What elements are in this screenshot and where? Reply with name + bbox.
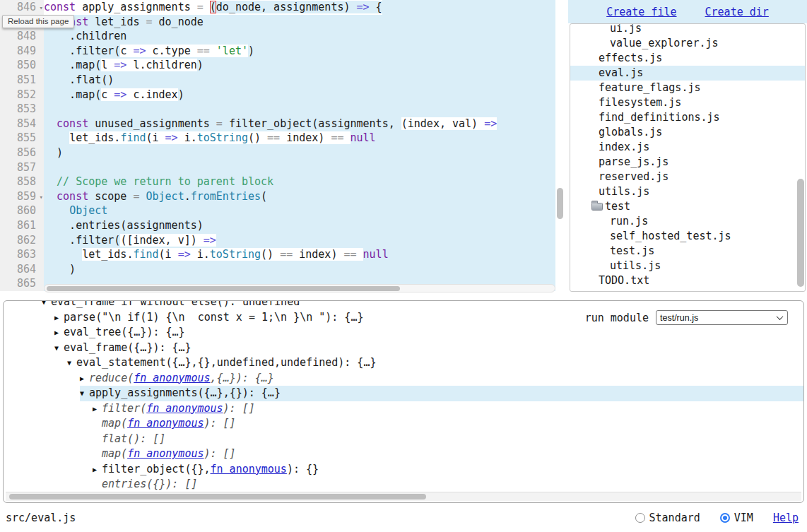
call-tree-row[interactable]: map(fn anonymous): [] (4, 447, 803, 462)
collapse-arrow-icon[interactable]: ▼ (67, 355, 76, 371)
fold-marker-icon[interactable]: ▾ (40, 190, 43, 205)
code-line[interactable]: 860 Object (0, 203, 555, 218)
code-token: ) (197, 59, 204, 71)
file-tree-item[interactable]: self_hosted_test.js (570, 229, 805, 244)
file-tree-item[interactable]: ui.js (570, 23, 805, 36)
code-line[interactable]: 854 const unused_assignments = filter_ob… (0, 117, 555, 131)
call-tree-row[interactable]: ▼eval_frame({…}): {…} (4, 341, 803, 356)
code-line[interactable]: 862 .filter(([index, v]) => (0, 233, 555, 248)
help-link[interactable]: Help (773, 512, 799, 524)
file-tree-item[interactable]: utils.js (570, 259, 805, 273)
code-line[interactable]: 855 let_ids.find(i => i.toString() == in… (0, 131, 555, 146)
function-link[interactable]: fn anonymous (134, 371, 210, 386)
code-line[interactable]: 848 .children (0, 29, 555, 44)
mode-standard-radio[interactable]: Standard (635, 512, 700, 524)
code-token: find (120, 131, 146, 144)
code-token: c (120, 45, 133, 57)
radio-selected-icon[interactable] (720, 513, 730, 523)
editor-vertical-scrollbar[interactable] (555, 0, 565, 295)
code-line[interactable]: 847 const let_ids = do_node (0, 15, 555, 30)
code-line[interactable]: 856 ) (0, 146, 555, 160)
fold-marker-icon[interactable]: ▾ (40, 1, 43, 16)
call-tree-row[interactable]: flat(): [] (4, 432, 803, 447)
code-line[interactable]: 849 .filter(c => c.type == 'let') (0, 44, 555, 59)
function-link[interactable]: fn anonymous (146, 401, 223, 417)
collapse-arrow-icon[interactable]: ▼ (80, 386, 89, 401)
function-link[interactable]: fn anonymous (127, 416, 204, 432)
create-dir-link[interactable]: Create dir (705, 6, 769, 18)
code-editor[interactable]: 846▾const apply_assignments = (do_node, … (0, 0, 565, 295)
call-tree-row[interactable]: ▶filter(fn anonymous): [] (4, 401, 803, 417)
call-text: ): [] (204, 447, 236, 462)
call-tree-row[interactable]: ▶reduce(fn anonymous,{…}): {…} (4, 371, 803, 386)
code-line[interactable]: 846▾const apply_assignments = (do_node, … (0, 0, 555, 15)
file-tree-item[interactable]: TODO.txt (570, 273, 805, 288)
code-line[interactable]: 858 // Scope we return to parent block (0, 175, 555, 189)
expand-arrow-icon[interactable]: ▶ (54, 310, 64, 326)
file-tree-dir[interactable]: test (570, 199, 805, 214)
code-line-body: ) (44, 262, 555, 277)
file-tree-item[interactable]: find_definitions.js (570, 110, 805, 125)
file-tree-item[interactable]: effects.js (570, 51, 805, 66)
expand-arrow-icon[interactable]: ▶ (93, 462, 102, 478)
function-link[interactable]: fn anonymous (211, 462, 287, 478)
arrow-spacer (93, 432, 102, 447)
code-token: ) (44, 146, 63, 159)
editor-mode-switcher: Standard VIM Help (635, 512, 799, 524)
code-line[interactable]: 851 .flat() (0, 73, 555, 88)
code-line[interactable]: 857 (0, 160, 555, 175)
function-link[interactable]: fn anonymous (127, 447, 204, 462)
file-tree-item[interactable]: parse_js.js (570, 155, 805, 170)
code-line-text: // Scope we return to parent block (44, 175, 273, 189)
call-tree-row[interactable]: ▼apply_assignments({…},{}): {…} (4, 386, 803, 401)
call-tree-row[interactable]: ▶eval_tree({…}): {…} (4, 325, 803, 341)
call-tree-row[interactable]: ▶filter_object({},fn anonymous): {} (4, 462, 803, 478)
code-line[interactable]: 863 let_ids.find(i => i.toString() == in… (0, 247, 555, 262)
file-tree-item[interactable]: globals.js (570, 125, 805, 140)
editor-horizontal-scrollbar-thumb[interactable] (47, 286, 400, 291)
file-tree-item[interactable]: filesystem.js (570, 95, 805, 110)
code-token: == (331, 131, 350, 144)
call-tree-row[interactable]: entries({}): [] (4, 477, 803, 492)
collapse-arrow-icon[interactable]: ▼ (42, 300, 51, 310)
file-tree-item[interactable]: run.js (570, 214, 805, 229)
file-tree-item[interactable]: feature_flags.js (570, 81, 805, 95)
file-tree-item[interactable]: utils.js (570, 184, 805, 199)
expand-arrow-icon[interactable]: ▶ (93, 401, 102, 417)
file-tree-item[interactable]: eval.js (570, 66, 805, 81)
code-token: () (261, 248, 280, 261)
code-line[interactable]: 859▾ const scope = Object.fromEntries( (0, 189, 555, 204)
code-token (44, 175, 57, 188)
collapse-arrow-icon[interactable]: ▼ (54, 341, 64, 356)
file-tree-item[interactable]: test.js (570, 244, 805, 259)
call-tree-row[interactable]: ▼eval_statement({…},{},undefined,undefin… (4, 355, 803, 371)
code-token: = (197, 1, 210, 13)
expand-arrow-icon[interactable]: ▶ (80, 371, 89, 386)
run-module-select[interactable]: test/run.js (656, 310, 788, 325)
editor-horizontal-scrollbar[interactable] (44, 284, 555, 292)
calltree-horizontal-scrollbar[interactable] (6, 492, 801, 501)
folder-icon (591, 203, 603, 211)
radio-unselected-icon[interactable] (635, 513, 645, 523)
code-line[interactable]: 853 (0, 102, 555, 117)
file-tree-item[interactable]: reserved.js (570, 170, 805, 184)
editor-vertical-scrollbar-thumb[interactable] (557, 188, 563, 219)
code-line-body: ) (44, 146, 555, 160)
code-line[interactable]: 864 ) (0, 262, 555, 277)
mode-vim-radio[interactable]: VIM (720, 512, 753, 524)
code-token: ([index, v]) (120, 234, 203, 247)
call-tree-row[interactable]: ▼eval_frame if without else(): undefined (4, 300, 803, 310)
expand-arrow-icon[interactable]: ▶ (54, 325, 64, 341)
code-token: const (57, 117, 95, 130)
code-line[interactable]: 850 .map(l => l.children) (0, 58, 555, 73)
code-line[interactable]: 861 .entries(assignments) (0, 218, 555, 233)
filetree-scrollbar-thumb[interactable] (797, 179, 804, 287)
call-tree-row[interactable]: map(fn anonymous): [] (4, 416, 803, 432)
calltree-horizontal-scrollbar-thumb[interactable] (9, 494, 426, 500)
file-tree-item[interactable]: index.js (570, 140, 805, 155)
create-file-link[interactable]: Create file (606, 6, 676, 18)
code-token: .map( (44, 88, 101, 101)
code-line[interactable]: 852 .map(c => c.index) (0, 88, 555, 102)
line-number: 848 (0, 29, 44, 44)
file-tree-item[interactable]: value_explorer.js (570, 36, 805, 51)
